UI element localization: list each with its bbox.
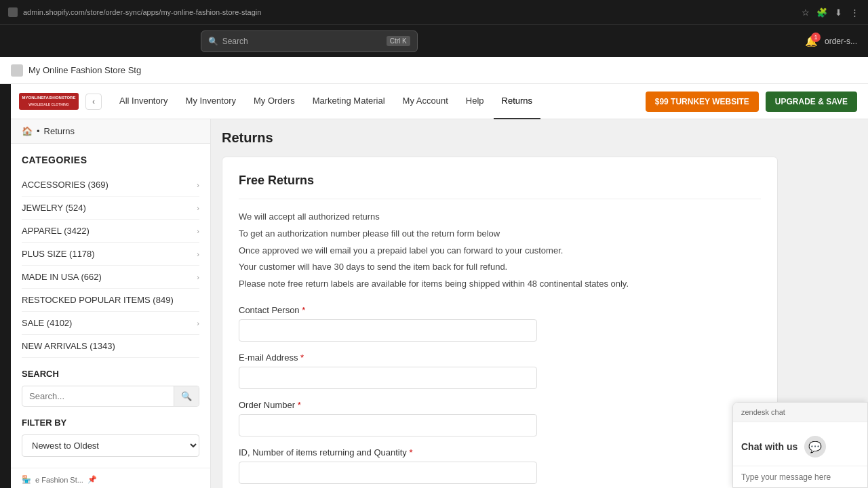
browser-favicon bbox=[8, 7, 18, 17]
category-new-arrivals[interactable]: NEW ARRIVALS (1343) bbox=[22, 335, 199, 358]
filter-title: FILTER BY bbox=[22, 418, 199, 428]
label-order-number: Order Number * bbox=[239, 400, 761, 410]
chat-message-input[interactable] bbox=[741, 472, 859, 482]
app-nav: MYONLINEFASHIONSTORE WHOLESALE CLOTHING … bbox=[11, 84, 868, 119]
category-plus-size-label: PLUS SIZE (1178) bbox=[22, 249, 95, 259]
search-input-wrap: 🔍 bbox=[22, 386, 199, 407]
breadcrumb: 🏠 • Returns bbox=[11, 119, 210, 144]
notification-badge: 1 bbox=[811, 33, 821, 42]
filter-select[interactable]: Newest to Oldest Oldest to Newest Price:… bbox=[22, 434, 199, 457]
search-icon: 🔍 bbox=[208, 37, 218, 46]
nav-item-marketing[interactable]: Marketing Material bbox=[304, 84, 393, 119]
search-label: Search bbox=[222, 37, 248, 46]
category-plus-size[interactable]: PLUS SIZE (1178) › bbox=[22, 243, 199, 266]
category-restocked[interactable]: RESTOCKED POPULAR ITEMS (849) bbox=[22, 289, 199, 312]
search-button[interactable]: 🔍 bbox=[174, 386, 199, 406]
notification-bell[interactable]: 🔔 1 bbox=[805, 35, 818, 47]
category-apparel-chevron: › bbox=[197, 227, 199, 235]
category-accessories-chevron: › bbox=[197, 181, 199, 189]
input-order-number[interactable] bbox=[239, 414, 537, 436]
input-email-address[interactable] bbox=[239, 367, 537, 389]
label-contact-person: Contact Person * bbox=[239, 305, 761, 315]
nav-item-my-orders[interactable]: My Orders bbox=[245, 84, 303, 119]
breadcrumb-current: Returns bbox=[44, 126, 75, 136]
input-contact-person[interactable] bbox=[239, 319, 537, 342]
category-new-arrivals-label: NEW ARRIVALS (1343) bbox=[22, 341, 115, 351]
bookmark-icon[interactable]: ☆ bbox=[800, 7, 811, 18]
categories-section: CATEGORIES ACCESSORIES (369) › JEWELRY (… bbox=[11, 144, 210, 369]
admin-search-box[interactable]: 🔍 Search Ctrl K bbox=[201, 30, 418, 52]
form-group-order-number: Order Number * bbox=[239, 400, 761, 436]
returns-info: We will accept all authorized returns To… bbox=[239, 210, 761, 291]
search-title: SEARCH bbox=[22, 369, 199, 379]
btn-upgrade-save[interactable]: UPGRADE & SAVE bbox=[766, 92, 857, 112]
store-badge-icon: 🏪 bbox=[22, 475, 31, 484]
input-items-returning[interactable] bbox=[239, 462, 537, 484]
returns-info-line-1: We will accept all authorized returns bbox=[239, 210, 761, 224]
download-icon[interactable]: ⬇ bbox=[833, 7, 844, 18]
btn-turnkey-website[interactable]: $99 TURNKEY WEBSITE bbox=[646, 92, 759, 112]
search-input[interactable] bbox=[22, 386, 174, 406]
logo-text-line2: WHOLESALE CLOTHING bbox=[22, 102, 76, 107]
form-group-contact: Contact Person * bbox=[239, 305, 761, 342]
category-accessories-label: ACCESSORIES (369) bbox=[22, 180, 108, 190]
category-sale-label: SALE (4102) bbox=[22, 318, 72, 328]
nav-collapse-button[interactable]: ‹ bbox=[85, 94, 102, 110]
nav-item-my-account[interactable]: My Account bbox=[395, 84, 456, 119]
settings-icon[interactable]: ⋮ bbox=[849, 7, 860, 18]
category-plus-size-chevron: › bbox=[197, 250, 199, 258]
label-email-address: E-mail Address * bbox=[239, 352, 761, 363]
returns-info-line-4: Your customer will have 30 days to send … bbox=[239, 260, 761, 274]
category-jewelry-label: JEWELRY (524) bbox=[22, 203, 86, 213]
admin-store-label[interactable]: order-s... bbox=[825, 37, 857, 46]
logo-text-line1: MYONLINEFASHIONSTORE bbox=[22, 96, 76, 101]
label-items-returning: ID, Number of items returning and Quanti… bbox=[239, 447, 761, 458]
form-group-items-returning: ID, Number of items returning and Quanti… bbox=[239, 447, 761, 484]
category-sale-chevron: › bbox=[197, 319, 199, 327]
browser-controls: ☆ 🧩 ⬇ ⋮ bbox=[800, 7, 860, 18]
shopify-admin-bar: 🔍 Search Ctrl K 🔔 1 order-s... bbox=[0, 24, 868, 57]
returns-info-line-2: To get an authorization number please fi… bbox=[239, 227, 761, 241]
category-apparel-label: APPAREL (3422) bbox=[22, 226, 90, 236]
store-name: My Online Fashion Store Stg bbox=[28, 65, 141, 75]
shopify-sidebar-collapsed bbox=[0, 84, 11, 488]
returns-info-line-3: Once approved we will email you a prepai… bbox=[239, 244, 761, 258]
category-apparel[interactable]: APPAREL (3422) › bbox=[22, 220, 199, 243]
search-shortcut: Ctrl K bbox=[387, 36, 410, 46]
store-icon bbox=[11, 64, 23, 77]
app-logo: MYONLINEFASHIONSTORE WHOLESALE CLOTHING bbox=[22, 88, 76, 115]
breadcrumb-home-icon[interactable]: 🏠 bbox=[22, 126, 33, 136]
category-accessories[interactable]: ACCESSORIES (369) › bbox=[22, 174, 199, 197]
chat-bubble-icon: 💬 bbox=[804, 436, 826, 458]
nav-item-returns[interactable]: Returns bbox=[494, 84, 541, 119]
left-panel: 🏠 • Returns CATEGORIES ACCESSORIES (369)… bbox=[11, 119, 211, 488]
categories-title: CATEGORIES bbox=[22, 155, 199, 165]
logo-box: MYONLINEFASHIONSTORE WHOLESALE CLOTHING bbox=[19, 93, 79, 109]
filter-section: FILTER BY Newest to Oldest Oldest to New… bbox=[11, 418, 210, 468]
nav-item-my-inventory[interactable]: My Inventory bbox=[178, 84, 244, 119]
store-header: My Online Fashion Store Stg bbox=[0, 57, 868, 84]
chat-input-area bbox=[733, 466, 867, 487]
breadcrumb-separator: • bbox=[37, 126, 40, 136]
category-sale[interactable]: SALE (4102) › bbox=[22, 312, 199, 335]
category-made-in-usa[interactable]: MADE IN USA (662) › bbox=[22, 266, 199, 289]
page-title: Returns bbox=[222, 130, 857, 146]
chat-widget[interactable]: zendesk chat Chat with us 💬 bbox=[732, 402, 868, 488]
category-restocked-label: RESTOCKED POPULAR ITEMS (849) bbox=[22, 295, 174, 305]
admin-bar-right: 🔔 1 order-s... bbox=[805, 35, 857, 47]
category-jewelry-chevron: › bbox=[197, 204, 199, 212]
category-jewelry[interactable]: JEWELRY (524) › bbox=[22, 197, 199, 220]
returns-card-title: Free Returns bbox=[239, 174, 761, 199]
form-group-email: E-mail Address * bbox=[239, 352, 761, 389]
extensions-icon[interactable]: 🧩 bbox=[816, 7, 827, 18]
returns-card: Free Returns We will accept all authoriz… bbox=[222, 157, 778, 488]
search-section: SEARCH 🔍 bbox=[11, 369, 210, 418]
nav-item-help[interactable]: Help bbox=[458, 84, 492, 119]
store-badge: 🏪 e Fashion St... 📌 bbox=[11, 468, 210, 488]
nav-item-all-inventory[interactable]: All Inventory bbox=[111, 84, 176, 119]
chat-body: Chat with us 💬 bbox=[733, 422, 867, 466]
store-badge-label: e Fashion St... bbox=[35, 476, 83, 484]
store-badge-pin: 📌 bbox=[87, 475, 97, 484]
category-made-in-usa-label: MADE IN USA (662) bbox=[22, 272, 102, 282]
browser-url: admin.shopify.com/store/order-sync/apps/… bbox=[23, 8, 795, 16]
